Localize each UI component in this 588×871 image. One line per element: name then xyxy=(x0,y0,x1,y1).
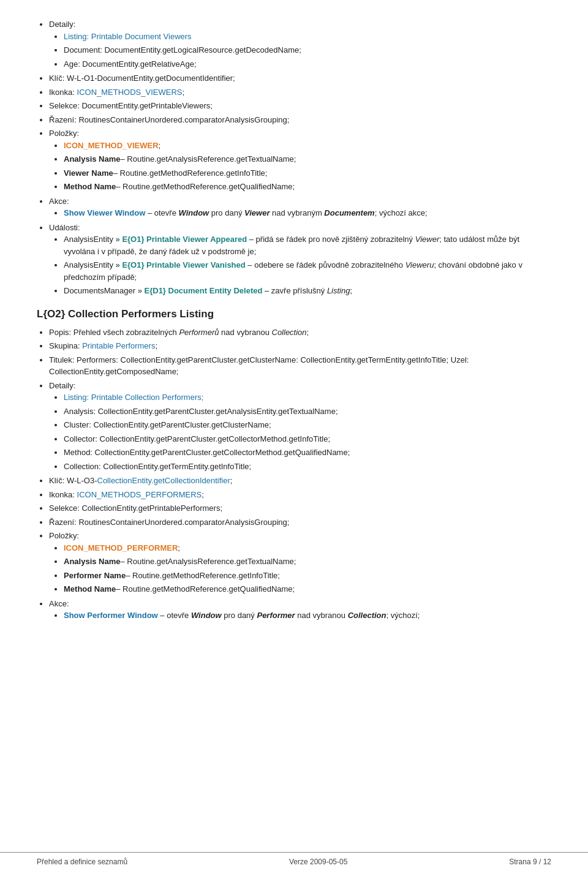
show-performer-performer: Performer xyxy=(257,611,295,620)
polozky2-sublist: ICON_METHOD_PERFORMER; Analysis Name– Ro… xyxy=(64,542,551,595)
event2-prefix: AnalysisEntity » xyxy=(64,260,122,270)
method-name-val: – Routine.getMethodReference.getQualifie… xyxy=(116,182,295,191)
show-performer-collection: Collection xyxy=(348,611,386,620)
detaily-label: Detaily: xyxy=(49,20,75,29)
document-text: Document: DocumentEntity.getLogicalResou… xyxy=(64,45,301,55)
listing2-item: Listing: Printable Collection Performers… xyxy=(64,391,551,404)
show-viewer-rest: – otevře xyxy=(145,208,178,217)
event3-link: E{D1} Document Entity Deleted xyxy=(145,286,263,295)
document-item: Document: DocumentEntity.getLogicalResou… xyxy=(64,44,551,56)
event1-viewer: Viewer xyxy=(415,235,440,244)
ikonka2-value: ICON_METHODS_PERFORMERS xyxy=(77,490,202,499)
detaily2-sublist: Listing: Printable Collection Performers… xyxy=(64,391,551,472)
klic2-label: Klíč: W-L-O3- xyxy=(49,476,97,485)
viewer-name-item: Viewer Name– Routine.getMethodReference.… xyxy=(64,167,551,179)
cluster2-item: Cluster: CollectionEntity.getParentClust… xyxy=(64,419,551,431)
ikonka-semi: ; xyxy=(182,88,184,97)
show-viewer-window-item: Show Viewer Window – otevře Window pro d… xyxy=(64,207,551,219)
selekce2-text: Selekce: CollectionEntity.getPrintablePe… xyxy=(49,503,222,513)
titulek2-text: Titulek: Performers: CollectionEntity.ge… xyxy=(49,355,469,377)
ikonka2-label: Ikonka: xyxy=(49,490,77,499)
razeni2-item: Řazení: RoutinesContainerUnordered.compa… xyxy=(49,516,551,529)
razeni-item: Řazení: RoutinesContainerUnordered.compa… xyxy=(49,114,551,126)
footer-right: Strana 9 / 12 xyxy=(509,858,551,866)
listing2-link: Listing: Printable Collection Performers… xyxy=(64,393,203,402)
icon-method-performer: ICON_METHOD_PERFORMER xyxy=(64,543,178,552)
skupina2-item: Skupina: Printable Performers; xyxy=(49,340,551,352)
polozky-item: Položky: ICON_METHOD_VIEWER; Analysis Na… xyxy=(49,127,551,193)
collector2-item: Collector: CollectionEntity.getParentClu… xyxy=(64,433,551,445)
event3-listing: Listing xyxy=(327,286,350,295)
razeni2-text: Řazení: RoutinesContainerUnordered.compa… xyxy=(49,518,289,527)
klic2-link: CollectionEntity.getCollectionIdentifier xyxy=(97,476,230,485)
show-performer-window-link: Show Performer Window xyxy=(64,611,158,620)
akce2-label: Akce: xyxy=(49,599,69,608)
ikonka-label: Ikonka: xyxy=(49,88,77,97)
klic2-end: ; xyxy=(230,476,233,485)
selekce-item: Selekce: DocumentEntity.getPrintableView… xyxy=(49,100,551,112)
event1-link: E{O1} Printable Viewer Appeared xyxy=(122,235,247,244)
analysis-name-bold: Analysis Name xyxy=(64,154,121,164)
collection2-item: Collection: CollectionEntity.getTermEnti… xyxy=(64,461,551,473)
ikonka2-item: Ikonka: ICON_METHODS_PERFORMERS; xyxy=(49,489,551,501)
event1-item: AnalysisEntity » E{O1} Printable Viewer … xyxy=(64,233,551,257)
performer-name-bold: Performer Name xyxy=(64,571,126,580)
performer-name-val: – Routine.getMethodReference.getInfoTitl… xyxy=(126,571,280,580)
analysis-name-item: Analysis Name– Routine.getAnalysisRefere… xyxy=(64,153,551,165)
ikonka-item: Ikonka: ICON_METHODS_VIEWERS; xyxy=(49,86,551,99)
method-name-bold: Method Name xyxy=(64,182,116,191)
event3-rest: – zavře příslušný xyxy=(262,286,327,295)
icon-method-performer-item: ICON_METHOD_PERFORMER; xyxy=(64,542,551,554)
polozky-label: Položky: xyxy=(49,129,79,138)
method-name2-val: – Routine.getMethodReference.getQualifie… xyxy=(116,584,295,594)
event2-vieweru: Vieweru xyxy=(405,260,434,270)
event1-rest: – přidá se řádek pro nově zjištěný zobra… xyxy=(247,235,415,244)
icon-semi: ; xyxy=(159,141,161,150)
analysis-name2-item: Analysis Name– Routine.getAnalysisRefere… xyxy=(64,556,551,568)
show-viewer-viewer: Viewer xyxy=(244,208,270,217)
show-viewer-rest3: nad vybraným xyxy=(270,208,324,217)
ikonka2-rest: ; xyxy=(202,490,204,499)
ikonka-value: ICON_METHODS_VIEWERS xyxy=(77,88,183,97)
event3-rest2: ; xyxy=(350,286,352,295)
event2-link: E{O1} Printable Viewer Vanished xyxy=(122,260,245,270)
section2-list: Popis: Přehled všech zobrazitelných Perf… xyxy=(49,326,551,622)
selekce2-item: Selekce: CollectionEntity.getPrintablePe… xyxy=(49,502,551,515)
polozky2-item: Položky: ICON_METHOD_PERFORMER; Analysis… xyxy=(49,530,551,595)
event2-item: AnalysisEntity » E{O1} Printable Viewer … xyxy=(64,259,551,283)
popis2-collection: Collection xyxy=(272,328,307,337)
show-performer-rest: – otevře xyxy=(158,611,191,620)
method2-item: Method: CollectionEntity.getParentCluste… xyxy=(64,447,551,459)
razeni-text: Řazení: RoutinesContainerUnordered.compa… xyxy=(49,115,289,124)
show-performer-window-item: Show Performer Window – otevře Window pr… xyxy=(64,609,551,622)
collection2-text: Collection: CollectionEntity.getTermEnti… xyxy=(64,462,251,471)
show-viewer-documentem: Documentem xyxy=(324,208,374,217)
skupina2-rest: ; xyxy=(155,341,157,350)
akce-item: Akce: Show Viewer Window – otevře Window… xyxy=(49,195,551,219)
cluster2-text: Cluster: CollectionEntity.getParentClust… xyxy=(64,420,271,429)
show-performer-rest4: ; výchozí; xyxy=(386,611,420,620)
footer-center: Verze 2009-05-05 xyxy=(289,858,347,866)
icon-method-viewer: ICON_METHOD_VIEWER xyxy=(64,141,159,150)
selekce-text: Selekce: DocumentEntity.getPrintableView… xyxy=(49,101,213,110)
perf-semi: ; xyxy=(178,543,180,552)
klic2-item: Klíč: W-L-O3-CollectionEntity.getCollect… xyxy=(49,475,551,487)
event2-rest: – odebere se řádek původně zobrazitelnéh… xyxy=(246,260,405,270)
show-viewer-rest4: ; výchozí akce; xyxy=(375,208,428,217)
footer-left: Přehled a definice seznamů xyxy=(37,858,127,866)
popis2-label: Popis: Přehled všech zobrazitelných xyxy=(49,328,179,337)
skupina2-link: Printable Performers xyxy=(82,341,155,350)
akce-sublist: Show Viewer Window – otevře Window pro d… xyxy=(64,207,551,219)
klic-item: Klíč: W-L-O1-DocumentEntity.getDocumentI… xyxy=(49,72,551,85)
show-performer-rest3: nad vybranou xyxy=(295,611,348,620)
page-content: Detaily: Listing: Printable Document Vie… xyxy=(0,0,588,673)
skupina2-label: Skupina: xyxy=(49,341,82,350)
analysis-name2-bold: Analysis Name xyxy=(64,557,121,566)
titulek2-item: Titulek: Performers: CollectionEntity.ge… xyxy=(49,354,551,378)
show-viewer-window-italic: Window xyxy=(178,208,209,217)
footer: Přehled a definice seznamů Verze 2009-05… xyxy=(0,852,588,871)
detaily-item: Detaily: Listing: Printable Document Vie… xyxy=(49,18,551,70)
polozky-sublist: ICON_METHOD_VIEWER; Analysis Name– Routi… xyxy=(64,140,551,193)
event1-prefix: AnalysisEntity » xyxy=(64,235,122,244)
popis2-rest: nad vybranou xyxy=(219,328,271,337)
